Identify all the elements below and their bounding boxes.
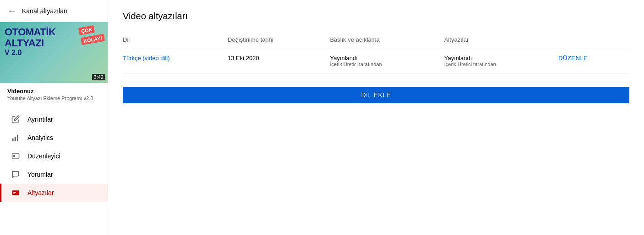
thumbnail-badge1: ÇOK [78, 25, 95, 35]
thumbnail-badge2: KOLAY! [81, 34, 105, 45]
language-link[interactable]: Türkçe (video dili) [123, 55, 170, 62]
editor-icon [11, 151, 20, 161]
subtitle-status: Yayınlandı [444, 55, 551, 62]
subtitle-sub: İçerik Üretici tarafından [444, 62, 551, 67]
add-language-button[interactable]: DİL EKLE [123, 87, 629, 103]
svg-rect-2 [17, 135, 18, 141]
active-indicator [0, 184, 1, 202]
analytics-icon [11, 133, 20, 142]
video-thumbnail: OTOMATİK ALTYAZI v 2.0 ÇOK KOLAY! 3:42 [0, 22, 108, 83]
col-actions [558, 33, 629, 48]
sidebar: ← Kanal altyazıları OTOMATİK ALTYAZI v 2… [0, 0, 108, 235]
video-title: Videonuz [7, 88, 100, 95]
table-row: Türkçe (video dili) 13 Eki 2020 Yayınlan… [123, 48, 629, 74]
sidebar-item-analytics[interactable]: Analytics [0, 129, 108, 147]
video-subtitle: Youtube Altyazı Ekleme Programı v2.0 [7, 95, 100, 101]
nav-details-label: Ayrıntılar [27, 116, 53, 123]
video-info: Videonuz Youtube Altyazı Ekleme Programı… [0, 83, 108, 106]
sidebar-item-subtitles[interactable]: Altyazılar [0, 184, 108, 202]
table-body: Türkçe (video dili) 13 Eki 2020 Yayınlan… [123, 48, 629, 74]
edit-link[interactable]: DÜZENLE [558, 55, 588, 62]
title-sub: İçerik Üretici tarafından [330, 62, 437, 67]
svg-rect-6 [13, 192, 16, 193]
thumbnail-duration: 3:42 [92, 74, 105, 80]
sidebar-item-details[interactable]: Ayrıntılar [0, 110, 108, 129]
col-language: Dil [123, 33, 228, 48]
sidebar-item-comments[interactable]: Yorumlar [0, 165, 108, 184]
pencil-icon [11, 115, 20, 124]
thumbnail-line1: OTOMATİK [5, 27, 55, 38]
sidebar-header-title: Kanal altyazıları [22, 7, 68, 15]
svg-rect-0 [12, 139, 14, 141]
date-cell: 13 Eki 2020 [228, 55, 259, 62]
subtitles-table-wrapper: Dil Değiştirilme tarihi Başlık ve açıkla… [123, 33, 629, 74]
nav-editor-label: Düzenleyici [27, 152, 60, 160]
col-title: Başlık ve açıklama [330, 33, 444, 48]
svg-rect-7 [13, 194, 15, 195]
table-header: Dil Değiştirilme tarihi Başlık ve açıkla… [123, 33, 629, 48]
title-status: Yayınlandı [330, 55, 437, 62]
main-content: Video altyazıları Dil Değiştirilme tarih… [108, 0, 644, 235]
thumbnail-line2: ALTYAZI [5, 38, 55, 49]
svg-point-4 [13, 155, 16, 157]
svg-rect-1 [15, 137, 16, 141]
subtitles-table: Dil Değiştirilme tarihi Başlık ve açıkla… [123, 33, 629, 74]
thumbnail-line3: v 2.0 [5, 49, 55, 57]
page-title: Video altyazıları [123, 11, 629, 22]
col-date: Değiştirilme tarihi [228, 33, 330, 48]
comments-icon [11, 170, 20, 179]
nav-comments-label: Yorumlar [27, 171, 53, 178]
nav-subtitles-label: Altyazılar [27, 189, 54, 196]
sidebar-nav: Ayrıntılar Analytics Düzenleyici [0, 106, 108, 206]
col-subtitles: Altyazılar [444, 33, 558, 48]
sidebar-item-editor[interactable]: Düzenleyici [0, 147, 108, 165]
nav-analytics-label: Analytics [27, 134, 53, 141]
back-button[interactable]: ← [7, 6, 16, 16]
subtitles-icon [11, 188, 20, 197]
sidebar-header: ← Kanal altyazıları [0, 0, 108, 22]
